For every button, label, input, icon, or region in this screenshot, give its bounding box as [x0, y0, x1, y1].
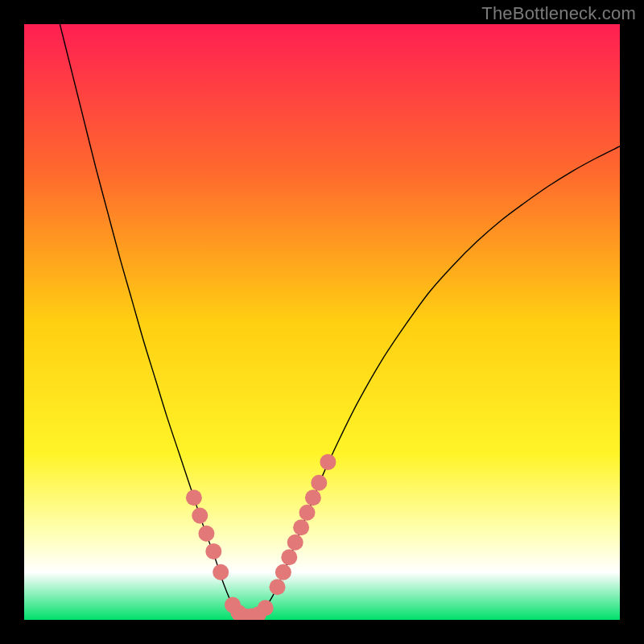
highlight-marker — [270, 579, 286, 595]
highlight-marker — [186, 489, 202, 506]
watermark-text: TheBottleneck.com — [481, 3, 636, 24]
highlight-marker — [198, 526, 214, 542]
highlight-marker — [293, 519, 309, 535]
highlight-marker — [305, 489, 321, 506]
highlight-marker — [320, 454, 336, 470]
highlight-marker — [275, 564, 291, 580]
highlight-marker — [281, 549, 297, 565]
highlight-marker — [299, 505, 316, 521]
chart-background — [24, 24, 620, 620]
highlight-marker — [311, 475, 327, 491]
highlight-marker — [213, 564, 229, 580]
highlight-marker — [205, 543, 221, 559]
highlight-marker — [287, 535, 303, 551]
highlight-marker — [258, 600, 274, 616]
bottleneck-chart — [24, 24, 620, 620]
highlight-marker — [192, 508, 208, 524]
chart-frame: TheBottleneck.com — [0, 0, 644, 644]
